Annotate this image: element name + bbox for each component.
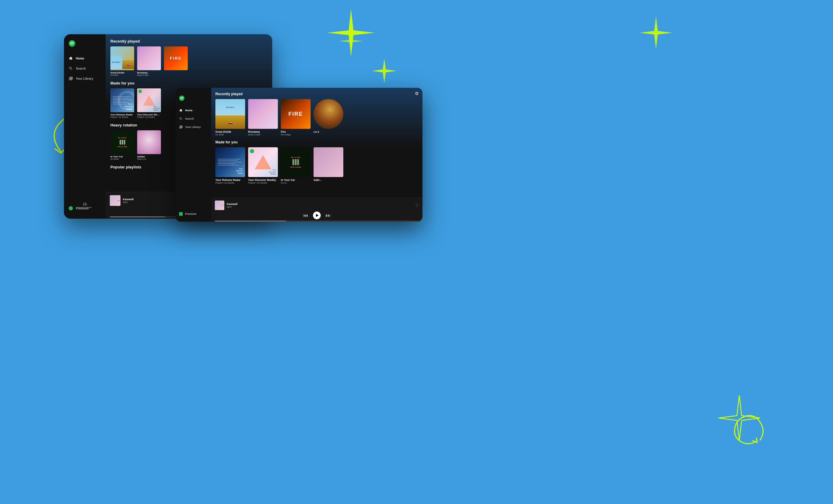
spotify-logo [64,40,105,54]
sidebar-premium-sm[interactable]: Premium [175,210,211,217]
card-title-sablier: Sablier [137,155,161,158]
progress-bar-sm[interactable] [215,221,419,221]
card-title-in-your-car: In Your Car [110,155,134,158]
card-title-runaway: Runaway [137,71,161,74]
sidebar-item-search[interactable]: Search [64,64,105,73]
skip-back-button-sm[interactable]: ⏮ [303,212,308,219]
made-for-you-title: Made for you [110,81,267,86]
home-icon [69,56,73,61]
sidebar-item-search-label: Search [76,67,86,70]
card-sablier-sm[interactable]: Sabl... [314,147,343,184]
svg-point-1 [179,96,185,101]
card-art-ira-wolf: IRA WOLF 🚗 [110,46,134,70]
card-runaway-sm[interactable]: Runaway Beast Coast [248,99,278,136]
card-sub-in-your-car-sm: No Al... [281,182,311,184]
sidebar-item-home[interactable]: Home [64,54,105,63]
card-in-your-car-sm[interactable]: NO ALOHA OKAY ALONE In Your Car No Al... [281,147,311,184]
card-sub-release-radar-sm: Playlist • by Spotify [215,182,245,184]
card-fire-sm[interactable]: FIRE Fire Kid Indigo [281,99,311,136]
skip-forward-button-sm[interactable]: ⏭ [326,212,331,219]
card-sub-runaway-sm: Beast Coast [248,133,278,136]
card-release-radar-large[interactable]: YourReleaseRadar Your Release Radar Play… [110,88,134,118]
recently-played-section-sm: Recently played IRA WOLF 🚗 Great Divid [215,92,418,136]
settings-icon[interactable] [415,91,419,96]
sidebar-item-home-sm[interactable]: Home [175,107,211,114]
heart-icon-sm[interactable]: ♡ [415,203,419,208]
sidebar-nav-sm: Home Search Your Library [175,107,211,130]
sidebar-search-label-sm: Search [185,117,194,120]
card-sub-sablier: Marie-Clo [137,158,161,160]
now-playing-info-sm: april Farewell April ♡ [215,200,419,210]
recently-played-cards: IRA WOLF 🚗 Great Divide Ira Wolff Runawa… [110,46,267,76]
sidebar-library-label-sm: Your Library [185,125,201,128]
made-for-you-cards-sm: YourReleaseRadar Your Release Radar Play… [215,147,418,184]
card-sub-ira-wolf: Ira Wolff [110,74,134,76]
card-art-runaway-sm [248,99,278,129]
recently-played-cards-sm: IRA WOLF 🚗 Great Divide Ira Wolff Runawa… [215,99,418,136]
library-icon [69,76,73,81]
card-title-in-your-car-sm: In Your Car [281,178,311,182]
card-sub-runaway: Beast Coast [137,74,161,76]
card-art-fire-sm: FIRE [281,99,311,129]
card-sub-discover-weekly: Playlist • by Spotify [137,116,161,118]
now-playing-text-sm: Farewell April [227,202,413,208]
card-title-discover-weekly: Your Discover Weekly [137,113,161,116]
devices-label: Devices available [78,207,92,208]
card-sub-release-radar: Playlist • by Spotify [110,116,134,118]
sidebar-item-search-sm[interactable]: Search [175,115,211,122]
card-runaway[interactable]: Runaway Beast Coast [137,46,161,76]
card-discover-weekly-sm[interactable]: YourDiscoverWeekly Your Discover Weekly … [248,147,278,184]
card-art-sablier-sm [314,147,343,177]
spotify-logo-sm [175,92,211,107]
card-art-in-your-car: NO ALOHA OKAY ALONE [110,130,134,154]
card-sub-discover-weekly-sm: Playlist • by Spotify [248,182,278,184]
card-discover-weekly-large[interactable]: YourDiscoverWeekly Your Discover Weekly … [137,88,161,118]
card-art-sablier [137,130,161,154]
devices-icon [83,202,87,206]
card-sub-in-your-car: No Aloha [110,158,134,160]
card-title-fire-sm: Fire [281,130,311,133]
progress-fill [110,217,165,217]
card-release-radar-sm[interactable]: YourReleaseRadar Your Release Radar Play… [215,147,245,184]
card-title-lo2-sm: Lo 2 [314,130,343,133]
home-icon-sm [179,109,183,112]
sidebar-small: Home Search Your Library Premium [175,88,211,222]
card-title-ira-wolf-sm: Great Divide [215,130,245,133]
sidebar-item-home-label: Home [76,57,84,60]
now-playing-art-sm: april [215,200,224,210]
sidebar-item-library-sm[interactable]: Your Library [175,123,211,130]
card-art-release-radar: YourReleaseRadar [110,88,134,112]
recently-played-section: Recently played IRA WOLF 🚗 Great Divid [110,39,267,76]
card-in-your-car-large[interactable]: NO ALOHA OKAY ALONE In Your Car No Aloha [110,130,134,160]
devices-bar: Devices available [64,192,105,219]
now-playing-bar-sm: april Farewell April ♡ ⏮ ⏭ [211,198,423,222]
card-ira-wolf-sm[interactable]: IRA WOLF 🚗 Great Divide Ira Wolff [215,99,245,136]
card-art-ira-wolf-sm: IRA WOLF 🚗 [215,99,245,129]
card-sablier-large[interactable]: Sablier Marie-Clo [137,130,161,160]
card-lo2-sm[interactable]: Lo 2 [314,99,343,136]
card-art-runaway [137,46,161,70]
recently-played-title: Recently played [110,39,267,44]
card-fire[interactable]: FIRE [164,46,188,76]
playback-controls-sm: ⏮ ⏭ [215,212,419,219]
card-ira-wolf[interactable]: IRA WOLF 🚗 Great Divide Ira Wolff [110,46,134,76]
progress-fill-sm [215,221,286,221]
card-art-fire: FIRE [164,46,188,70]
card-sub-fire-sm: Kid Indigo [281,133,311,136]
card-art-discover-weekly-sm: YourDiscoverWeekly [248,147,278,177]
card-sub-ira-wolf-sm: Ira Wolff [215,133,245,136]
made-for-you-section-sm: Made for you YourReleaseRad [215,140,418,184]
made-for-you-title-sm: Made for you [215,140,418,144]
tablet-small: Home Search Your Library Premium [175,88,423,222]
play-pause-button-sm[interactable] [313,212,321,219]
search-icon [69,66,73,71]
card-art-release-radar-sm: YourReleaseRadar [215,147,245,177]
sidebar-nav: Home Search Your Library [64,54,105,83]
sidebar-home-label-sm: Home [185,109,192,112]
search-icon-sm [179,117,183,120]
sidebar-item-library[interactable]: Your Library [64,74,105,83]
card-title-sablier-sm: Sabl... [314,178,343,182]
sidebar-item-library-label: Your Library [76,77,93,80]
now-playing-title-sm: Farewell [227,202,413,206]
sidebar-large: Home Search Your Library Premium [64,34,105,219]
